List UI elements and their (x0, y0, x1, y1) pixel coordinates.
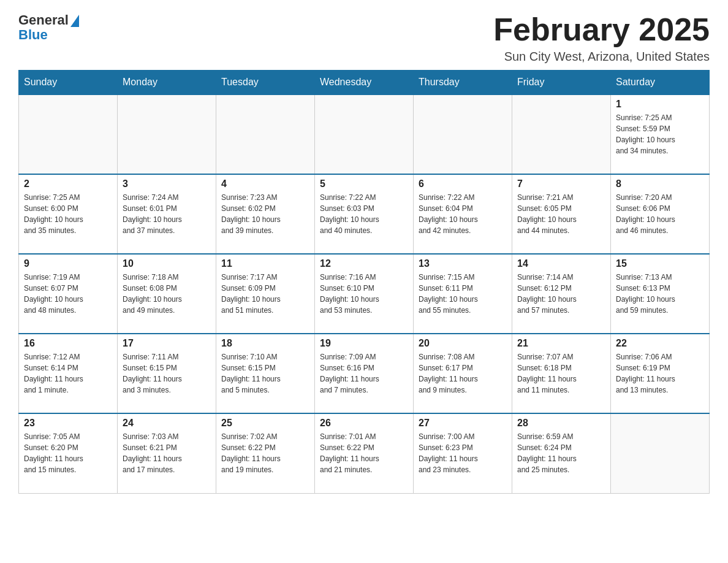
calendar-week-row: 23Sunrise: 7:05 AM Sunset: 6:20 PM Dayli… (19, 413, 710, 493)
logo-general-text: General (18, 12, 69, 28)
calendar-cell: 12Sunrise: 7:16 AM Sunset: 6:10 PM Dayli… (315, 254, 414, 334)
calendar-cell: 24Sunrise: 7:03 AM Sunset: 6:21 PM Dayli… (118, 413, 216, 493)
calendar-cell: 8Sunrise: 7:20 AM Sunset: 6:06 PM Daylig… (611, 174, 710, 254)
calendar-cell (19, 94, 118, 174)
calendar-cell: 5Sunrise: 7:22 AM Sunset: 6:03 PM Daylig… (315, 174, 414, 254)
day-info: Sunrise: 7:25 AM Sunset: 5:59 PM Dayligh… (616, 112, 704, 156)
calendar-cell: 17Sunrise: 7:11 AM Sunset: 6:15 PM Dayli… (118, 334, 216, 413)
calendar-cell: 28Sunrise: 6:59 AM Sunset: 6:24 PM Dayli… (512, 413, 611, 493)
day-info: Sunrise: 7:20 AM Sunset: 6:06 PM Dayligh… (616, 192, 704, 236)
calendar-cell: 20Sunrise: 7:08 AM Sunset: 6:17 PM Dayli… (414, 334, 512, 413)
day-info: Sunrise: 7:12 AM Sunset: 6:14 PM Dayligh… (24, 351, 112, 396)
day-number: 5 (320, 178, 408, 190)
day-info: Sunrise: 7:24 AM Sunset: 6:01 PM Dayligh… (123, 192, 211, 236)
weekday-header-wednesday: Wednesday (315, 71, 414, 95)
calendar-week-row: 16Sunrise: 7:12 AM Sunset: 6:14 PM Dayli… (19, 334, 710, 413)
weekday-header-monday: Monday (118, 71, 216, 95)
day-number: 27 (419, 418, 507, 429)
day-number: 2 (24, 178, 112, 190)
calendar-cell (414, 94, 512, 174)
logo: General Blue (18, 12, 79, 43)
day-number: 21 (517, 338, 605, 349)
day-info: Sunrise: 7:08 AM Sunset: 6:17 PM Dayligh… (419, 351, 507, 396)
calendar-cell: 27Sunrise: 7:00 AM Sunset: 6:23 PM Dayli… (414, 413, 512, 493)
day-number: 10 (123, 258, 211, 269)
calendar-cell: 23Sunrise: 7:05 AM Sunset: 6:20 PM Dayli… (19, 413, 118, 493)
day-info: Sunrise: 7:19 AM Sunset: 6:07 PM Dayligh… (24, 272, 112, 316)
calendar-cell (315, 94, 414, 174)
day-number: 24 (123, 418, 211, 429)
day-number: 25 (221, 418, 309, 429)
day-number: 8 (616, 178, 704, 190)
day-number: 7 (517, 178, 605, 190)
calendar-cell: 11Sunrise: 7:17 AM Sunset: 6:09 PM Dayli… (216, 254, 315, 334)
calendar-cell: 19Sunrise: 7:09 AM Sunset: 6:16 PM Dayli… (315, 334, 414, 413)
calendar-header-row: SundayMondayTuesdayWednesdayThursdayFrid… (19, 71, 710, 95)
day-info: Sunrise: 7:22 AM Sunset: 6:03 PM Dayligh… (320, 192, 408, 236)
calendar-week-row: 9Sunrise: 7:19 AM Sunset: 6:07 PM Daylig… (19, 254, 710, 334)
day-number: 17 (123, 338, 211, 349)
calendar-table: SundayMondayTuesdayWednesdayThursdayFrid… (18, 70, 710, 494)
day-info: Sunrise: 7:25 AM Sunset: 6:00 PM Dayligh… (24, 192, 112, 236)
day-info: Sunrise: 7:21 AM Sunset: 6:05 PM Dayligh… (517, 192, 605, 236)
day-number: 16 (24, 338, 112, 349)
location-title: Sun City West, Arizona, United States (493, 50, 710, 64)
calendar-cell: 15Sunrise: 7:13 AM Sunset: 6:13 PM Dayli… (611, 254, 710, 334)
calendar-cell: 6Sunrise: 7:22 AM Sunset: 6:04 PM Daylig… (414, 174, 512, 254)
calendar-cell: 1Sunrise: 7:25 AM Sunset: 5:59 PM Daylig… (611, 94, 710, 174)
day-number: 18 (221, 338, 309, 349)
month-title: February 2025 (493, 12, 710, 47)
day-number: 20 (419, 338, 507, 349)
day-info: Sunrise: 7:10 AM Sunset: 6:15 PM Dayligh… (221, 351, 309, 396)
calendar-cell (512, 94, 611, 174)
calendar-cell: 7Sunrise: 7:21 AM Sunset: 6:05 PM Daylig… (512, 174, 611, 254)
day-info: Sunrise: 7:17 AM Sunset: 6:09 PM Dayligh… (221, 272, 309, 316)
weekday-header-tuesday: Tuesday (216, 71, 315, 95)
day-info: Sunrise: 6:59 AM Sunset: 6:24 PM Dayligh… (517, 431, 605, 475)
day-info: Sunrise: 7:16 AM Sunset: 6:10 PM Dayligh… (320, 272, 408, 316)
day-info: Sunrise: 7:00 AM Sunset: 6:23 PM Dayligh… (419, 431, 507, 475)
calendar-cell: 22Sunrise: 7:06 AM Sunset: 6:19 PM Dayli… (611, 334, 710, 413)
day-info: Sunrise: 7:11 AM Sunset: 6:15 PM Dayligh… (123, 351, 211, 396)
calendar-cell: 16Sunrise: 7:12 AM Sunset: 6:14 PM Dayli… (19, 334, 118, 413)
title-section: February 2025 Sun City West, Arizona, Un… (493, 12, 710, 64)
day-number: 4 (221, 178, 309, 190)
day-number: 13 (419, 258, 507, 269)
calendar-cell: 10Sunrise: 7:18 AM Sunset: 6:08 PM Dayli… (118, 254, 216, 334)
day-number: 19 (320, 338, 408, 349)
calendar-cell (611, 413, 710, 493)
day-number: 28 (517, 418, 605, 429)
day-info: Sunrise: 7:13 AM Sunset: 6:13 PM Dayligh… (616, 272, 704, 316)
day-number: 26 (320, 418, 408, 429)
calendar-cell (118, 94, 216, 174)
logo-triangle-icon (70, 15, 79, 27)
day-info: Sunrise: 7:06 AM Sunset: 6:19 PM Dayligh… (616, 351, 704, 396)
day-number: 23 (24, 418, 112, 429)
calendar-cell: 25Sunrise: 7:02 AM Sunset: 6:22 PM Dayli… (216, 413, 315, 493)
calendar-week-row: 2Sunrise: 7:25 AM Sunset: 6:00 PM Daylig… (19, 174, 710, 254)
day-number: 14 (517, 258, 605, 269)
calendar-cell: 3Sunrise: 7:24 AM Sunset: 6:01 PM Daylig… (118, 174, 216, 254)
day-number: 12 (320, 258, 408, 269)
day-info: Sunrise: 7:07 AM Sunset: 6:18 PM Dayligh… (517, 351, 605, 396)
day-info: Sunrise: 7:03 AM Sunset: 6:21 PM Dayligh… (123, 431, 211, 475)
page-header: General Blue February 2025 Sun City West… (18, 12, 710, 64)
day-number: 3 (123, 178, 211, 190)
calendar-cell: 9Sunrise: 7:19 AM Sunset: 6:07 PM Daylig… (19, 254, 118, 334)
weekday-header-saturday: Saturday (611, 71, 710, 95)
calendar-cell: 14Sunrise: 7:14 AM Sunset: 6:12 PM Dayli… (512, 254, 611, 334)
calendar-cell: 18Sunrise: 7:10 AM Sunset: 6:15 PM Dayli… (216, 334, 315, 413)
calendar-cell (216, 94, 315, 174)
day-number: 1 (616, 99, 704, 110)
day-info: Sunrise: 7:02 AM Sunset: 6:22 PM Dayligh… (221, 431, 309, 475)
day-info: Sunrise: 7:14 AM Sunset: 6:12 PM Dayligh… (517, 272, 605, 316)
day-number: 9 (24, 258, 112, 269)
day-info: Sunrise: 7:09 AM Sunset: 6:16 PM Dayligh… (320, 351, 408, 396)
calendar-cell: 2Sunrise: 7:25 AM Sunset: 6:00 PM Daylig… (19, 174, 118, 254)
day-number: 15 (616, 258, 704, 269)
calendar-cell: 4Sunrise: 7:23 AM Sunset: 6:02 PM Daylig… (216, 174, 315, 254)
calendar-cell: 26Sunrise: 7:01 AM Sunset: 6:22 PM Dayli… (315, 413, 414, 493)
calendar-cell: 13Sunrise: 7:15 AM Sunset: 6:11 PM Dayli… (414, 254, 512, 334)
day-info: Sunrise: 7:18 AM Sunset: 6:08 PM Dayligh… (123, 272, 211, 316)
day-info: Sunrise: 7:15 AM Sunset: 6:11 PM Dayligh… (419, 272, 507, 316)
